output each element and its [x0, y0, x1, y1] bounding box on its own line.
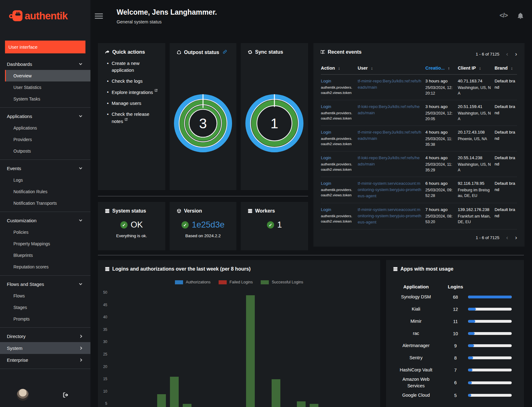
- external-link-icon: [154, 89, 158, 92]
- event-action-link[interactable]: Login: [321, 130, 331, 135]
- sidebar-item-outposts[interactable]: Outposts: [5, 145, 90, 157]
- column-header-creatio[interactable]: Creatio...↑: [425, 66, 458, 71]
- hamburger-menu-icon[interactable]: [95, 13, 103, 20]
- sidebar-section-flows-and-stages[interactable]: Flows and Stages: [0, 278, 90, 290]
- event-location: Washington, US, NA: [458, 162, 495, 173]
- app-usage-bar: [468, 394, 515, 397]
- column-header-brand[interactable]: Brand↕: [495, 66, 517, 71]
- column-header-action[interactable]: Action↕: [321, 66, 358, 71]
- quick-action-manage-users[interactable]: Manage users: [112, 100, 165, 107]
- sidebar-item-notification-transports[interactable]: Notification Transports: [5, 197, 90, 209]
- chevron-right-icon[interactable]: [79, 346, 82, 350]
- progress-track: [468, 369, 512, 371]
- event-date: 25/03/2024, 08:53:20: [425, 213, 458, 225]
- pagination-prev-icon[interactable]: ‹: [506, 51, 508, 57]
- event-brand: Default brand: [495, 129, 517, 142]
- sidebar-item-notification-rules[interactable]: Notification Rules: [5, 186, 90, 197]
- column-header-client-ip[interactable]: Client IP↕: [458, 66, 495, 71]
- progress-fill: [468, 320, 475, 323]
- column-label: User: [358, 66, 368, 71]
- sidebar-item-user-statistics[interactable]: User Statistics: [5, 81, 90, 93]
- chart-bar: [183, 404, 191, 407]
- logins-chart-card: Logins and authorizations over the last …: [98, 260, 380, 407]
- event-action-link[interactable]: Login: [321, 79, 331, 83]
- event-action-link[interactable]: Login: [321, 104, 331, 109]
- sidebar-item-stages[interactable]: Stages: [5, 302, 90, 313]
- event-action-context: authentik.providers.oauth2.views.token: [321, 136, 358, 147]
- pagination-next-icon[interactable]: ›: [515, 234, 517, 241]
- quick-action-check-the-release-notes[interactable]: Check the release notes: [112, 111, 165, 125]
- sidebar-item-policies[interactable]: Policies: [5, 226, 90, 238]
- sidebar-item-prompts[interactable]: Prompts: [5, 313, 90, 325]
- sidebar-section-system[interactable]: System: [0, 342, 90, 354]
- column-header-user[interactable]: User↕: [358, 66, 425, 71]
- event-ip: 20.51.159.41: [458, 104, 495, 110]
- event-action-link[interactable]: Login: [321, 207, 331, 212]
- sort-icon[interactable]: ↕: [371, 66, 373, 71]
- sidebar-item-providers[interactable]: Providers: [5, 134, 90, 145]
- event-user-link[interactable]: tf-mimir-repo:BeryJu/k8s:ref:refs/heads/…: [358, 78, 425, 91]
- app-usage-bar: [468, 344, 515, 347]
- bell-icon[interactable]: [517, 12, 524, 19]
- avatar[interactable]: [17, 389, 29, 401]
- sidebar-section-directory[interactable]: Directory: [0, 330, 90, 342]
- event-user-link[interactable]: tf-mimir-system:serviceaccount:monitorin…: [358, 180, 425, 199]
- y-axis-tick: 35: [98, 327, 107, 332]
- sort-icon[interactable]: ↕: [479, 66, 481, 71]
- sync-status-card: Sync status 1: [241, 43, 308, 190]
- event-user-link[interactable]: tf-mimir-system:serviceaccount:monitorin…: [358, 207, 425, 225]
- sort-asc-icon[interactable]: ↑: [448, 66, 450, 71]
- pagination-next-icon[interactable]: ›: [515, 51, 517, 57]
- sidebar-item-flows[interactable]: Flows: [5, 290, 90, 302]
- sidebar-section-dashboards[interactable]: Dashboards: [0, 58, 90, 70]
- sidebar-item-applications[interactable]: Applications: [5, 122, 90, 134]
- sidebar-section-customization[interactable]: Customization: [0, 214, 90, 226]
- app-usage-bar: [468, 296, 515, 298]
- y-axis-tick: 50: [98, 290, 107, 295]
- quick-action-label: Create a new application: [112, 61, 139, 73]
- event-user-link[interactable]: tf-loki-repo:BeryJu/k8s:ref:refs/heads/m…: [358, 104, 425, 116]
- version-link[interactable]: 1e25d3e: [192, 220, 225, 230]
- chevron-down-icon[interactable]: [79, 62, 82, 65]
- sidebar-item-logs[interactable]: Logs: [5, 174, 90, 186]
- sidebar-item-overview[interactable]: Overview: [5, 70, 90, 81]
- sidebar-item-property-mappings[interactable]: Property Mappings: [5, 238, 90, 249]
- chevron-down-icon[interactable]: [79, 114, 82, 117]
- sidebar-item-blueprints[interactable]: Blueprints: [5, 249, 90, 261]
- chevron-down-icon[interactable]: [79, 166, 82, 169]
- event-user-link[interactable]: tf-loki-repo:BeryJu/k8s:ref:refs/heads/m…: [358, 155, 425, 167]
- quick-action-explore-integrations[interactable]: Explore integrations: [112, 89, 165, 96]
- event-brand: Default brand: [495, 78, 517, 91]
- progress-fill: [468, 356, 473, 359]
- chevron-down-icon[interactable]: [79, 282, 82, 285]
- sidebar-section-applications[interactable]: Applications: [0, 110, 90, 122]
- logout-icon[interactable]: [62, 392, 69, 400]
- link-icon[interactable]: [222, 49, 227, 56]
- sort-icon[interactable]: ↕: [338, 66, 340, 71]
- sidebar-item-reputation-scores[interactable]: Reputation scores: [5, 261, 90, 272]
- table-row: Loginauthentik.providers.oauth2.views.to…: [321, 75, 517, 100]
- chevron-right-icon[interactable]: [79, 335, 82, 338]
- quick-action-check-the-logs[interactable]: Check the logs: [112, 78, 165, 85]
- event-action-link[interactable]: Login: [321, 155, 331, 160]
- quick-action-create-a-new-application[interactable]: Create a new application: [112, 60, 165, 74]
- sort-icon[interactable]: ↕: [511, 66, 513, 71]
- api-code-icon[interactable]: </>: [500, 12, 508, 19]
- event-age: 3 hours ago: [425, 78, 458, 84]
- chevron-down-icon[interactable]: [79, 218, 82, 221]
- sidebar: authentik User interface DashboardsOverv…: [0, 0, 90, 407]
- cell-user: tf-loki-repo:BeryJu/k8s:ref:refs/heads/m…: [358, 155, 425, 167]
- event-user-link[interactable]: tf-mimir-repo:BeryJu/k8s:ref:refs/heads/…: [358, 129, 425, 142]
- progress-track: [468, 394, 512, 397]
- event-action-link[interactable]: Login: [321, 181, 331, 186]
- user-interface-button[interactable]: User interface: [5, 41, 85, 53]
- server-icon: [248, 208, 253, 213]
- sidebar-item-system-tasks[interactable]: System Tasks: [5, 93, 90, 105]
- app-usage-row: rac10: [389, 327, 515, 340]
- pagination-prev-icon[interactable]: ‹: [506, 234, 508, 241]
- chevron-right-icon[interactable]: [79, 358, 82, 361]
- sidebar-section-enterprise[interactable]: Enterprise: [0, 354, 90, 366]
- sidebar-section-events[interactable]: Events: [0, 162, 90, 174]
- event-location: Frankfurt am Main, DE, EU: [458, 213, 495, 225]
- check-circle-icon: ✓: [267, 221, 274, 228]
